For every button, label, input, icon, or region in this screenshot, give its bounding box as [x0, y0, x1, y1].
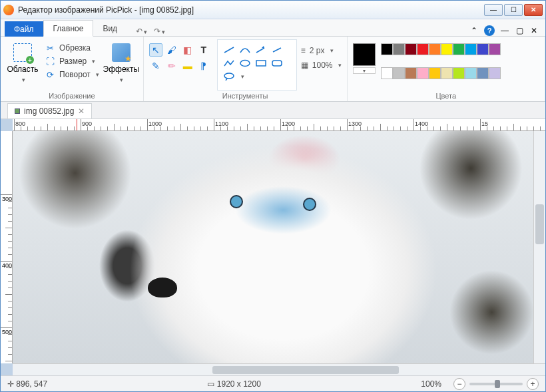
canvas[interactable] [13, 131, 533, 363]
shape-curve[interactable] [238, 44, 252, 56]
color-swatch[interactable] [465, 43, 477, 55]
color-swatch[interactable] [465, 67, 477, 79]
shape-arrow[interactable] [254, 44, 268, 56]
svg-point-6 [224, 73, 234, 79]
collapse-ribbon-icon[interactable]: ⌃ [469, 26, 479, 35]
document-tab[interactable]: img 00852.jpg ✕ [7, 103, 92, 118]
color-swatch[interactable] [477, 67, 489, 79]
group-tools: ↖ 🖌 ◧ T ✎ ✏ ▬ ⁋ ▾ [144, 37, 348, 101]
tool-brush[interactable]: 🖌 [165, 43, 178, 57]
svg-line-0 [224, 47, 234, 53]
zoom-in-button[interactable]: + [527, 378, 539, 390]
mdi-restore-icon[interactable]: ▢ [515, 26, 524, 35]
shape-roundrect[interactable] [270, 57, 284, 69]
svg-rect-4 [256, 61, 266, 66]
color-swatch[interactable] [489, 43, 501, 55]
current-color-dropdown[interactable]: ▾ [353, 67, 376, 74]
tool-pointer[interactable]: ↖ [149, 43, 162, 57]
tool-eyedropper[interactable]: ⁋ [197, 59, 210, 73]
color-swatch[interactable] [381, 43, 393, 55]
ruler-horizontal[interactable]: 8009001000110012001300140015 [13, 119, 545, 131]
color-swatch[interactable] [429, 43, 441, 55]
shape-rect[interactable] [254, 57, 268, 69]
color-swatch[interactable] [453, 67, 465, 79]
zoom-level: 100% [421, 379, 441, 389]
image-dimensions: ▭ 1920 x 1200 [207, 379, 260, 389]
doc-icon [15, 108, 20, 114]
tool-text[interactable]: T [197, 43, 210, 57]
shape-ellipse[interactable] [238, 57, 252, 69]
tab-file[interactable]: Файл [5, 21, 43, 37]
close-button[interactable]: ✕ [524, 4, 543, 16]
linewidth-icon: ≡ [301, 46, 306, 55]
color-palette [381, 43, 501, 91]
zoom-slider-knob[interactable] [495, 380, 500, 388]
svg-rect-5 [272, 61, 282, 66]
color-swatch[interactable] [489, 67, 501, 79]
window-title: Редактор изображений PicPick - [img 0085… [18, 5, 483, 15]
line-width-button[interactable]: ≡2 px▾ [301, 46, 342, 55]
color-swatch[interactable] [453, 43, 465, 55]
group-image-label: Изображение [6, 91, 138, 100]
svg-line-1 [256, 48, 264, 53]
effects-button[interactable]: Эффекты ▾ [105, 39, 138, 91]
tool-marker[interactable]: ✏ [165, 59, 178, 73]
tool-pencil[interactable]: ✎ [149, 59, 162, 73]
zoom-slider[interactable] [469, 383, 523, 385]
scrollbar-horizontal[interactable] [13, 363, 545, 375]
close-tab-icon[interactable]: ✕ [78, 106, 85, 116]
select-area-button[interactable]: Область ▾ [6, 39, 39, 91]
resize-button[interactable]: ⛶Размер▾ [43, 55, 101, 67]
color-swatch[interactable] [393, 43, 405, 55]
resize-icon: ⛶ [45, 56, 55, 67]
shape-double-arrow[interactable] [270, 44, 284, 56]
fill-button[interactable]: ▦100%▾ [301, 61, 342, 70]
mdi-minimize-icon[interactable]: — [500, 26, 509, 35]
tab-view[interactable]: Вид [93, 21, 127, 36]
scrollbar-vertical[interactable] [533, 131, 545, 363]
color-swatch[interactable] [381, 67, 393, 79]
ruler-vertical[interactable]: 300400500 [1, 131, 13, 363]
tool-highlighter[interactable]: ▬ [181, 59, 194, 73]
shape-more[interactable]: ▾ [238, 71, 247, 83]
color-swatch[interactable] [417, 43, 429, 55]
scroll-thumb-v[interactable] [535, 204, 544, 244]
select-icon [13, 43, 32, 62]
select-label: Область [7, 65, 38, 74]
svg-line-2 [273, 48, 281, 52]
help-icon[interactable]: ? [484, 25, 495, 36]
ribbon: Область ▾ ✂Обрезка ⛶Размер▾ ⟳Поворот▾ Эф… [1, 37, 545, 102]
current-color[interactable]: ▾ [353, 43, 376, 91]
color-swatch[interactable] [393, 67, 405, 79]
document-tab-label: img 00852.jpg [24, 106, 74, 116]
crop-button[interactable]: ✂Обрезка [43, 42, 101, 54]
minimize-button[interactable]: — [484, 4, 503, 16]
zoom-out-button[interactable]: − [453, 378, 465, 390]
mdi-close-icon[interactable]: ✕ [529, 26, 539, 35]
ribbon-tabs: Файл Главное Вид ↶▾ ↷▾ ⌃ ? — ▢ ✕ [1, 19, 545, 37]
shape-line[interactable] [222, 44, 236, 56]
group-image: Область ▾ ✂Обрезка ⛶Размер▾ ⟳Поворот▾ Эф… [1, 37, 144, 101]
titlebar: Редактор изображений PicPick - [img 0085… [1, 1, 545, 19]
tab-home[interactable]: Главное [43, 20, 94, 37]
scroll-thumb-h[interactable] [212, 366, 399, 374]
shape-callout[interactable] [222, 71, 236, 83]
redo-button[interactable]: ↷▾ [154, 27, 165, 36]
rotate-button[interactable]: ⟳Поворот▾ [43, 69, 101, 81]
crop-icon: ✂ [45, 43, 55, 53]
color-swatch[interactable] [441, 67, 453, 79]
shape-polyline[interactable] [222, 57, 236, 69]
color-swatch[interactable] [429, 67, 441, 79]
color-swatch[interactable] [477, 43, 489, 55]
maximize-button[interactable]: ☐ [504, 4, 523, 16]
tool-eraser[interactable]: ◧ [181, 43, 194, 57]
rotate-icon: ⟳ [45, 69, 55, 80]
shape-gallery[interactable]: ▾ [217, 39, 297, 91]
svg-point-3 [240, 61, 250, 67]
cursor-position: ✛ 896, 547 [7, 379, 47, 389]
color-swatch[interactable] [417, 67, 429, 79]
color-swatch[interactable] [405, 43, 417, 55]
color-swatch[interactable] [441, 43, 453, 55]
undo-button[interactable]: ↶▾ [136, 27, 147, 36]
color-swatch[interactable] [405, 67, 417, 79]
